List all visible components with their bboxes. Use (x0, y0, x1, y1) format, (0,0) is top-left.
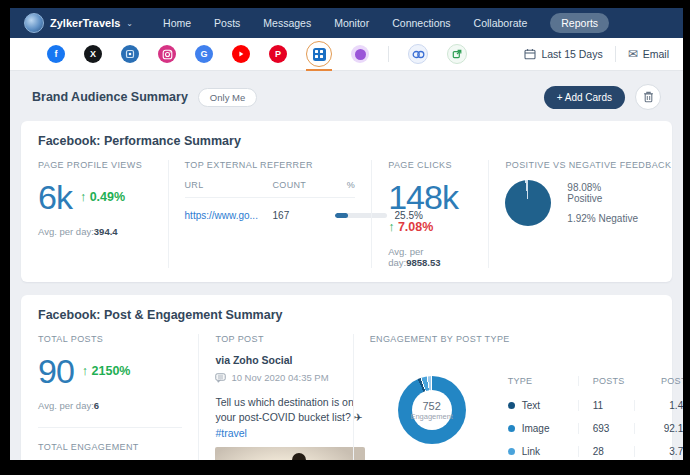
page-profile-views-metric: PAGE PROFILE VIEWS 6k ↑ 0.49% Avg. per d… (38, 160, 168, 268)
type-label: Link (522, 446, 540, 457)
nav-item-monitor[interactable]: Monitor (334, 17, 369, 29)
arrow-up-icon: ↑ (80, 190, 86, 204)
top-post-source: via Zoho Social (215, 354, 336, 366)
top-post-date: 10 Nov 2020 04:35 PM (231, 372, 328, 383)
feedback-metric: POSITIVE VS NEGATIVE FEEDBACK 98.08% Pos… (488, 160, 655, 268)
metric-label: TOP EXTERNAL REFERRER (185, 160, 356, 170)
nav-item-home[interactable]: Home (163, 17, 191, 29)
pct-value: 3.72% (634, 446, 683, 457)
x-twitter-icon[interactable]: X (84, 45, 102, 63)
nav-item-connections[interactable]: Connections (392, 17, 450, 29)
nav-item-reports[interactable]: Reports (550, 13, 609, 33)
google-icon[interactable]: G (195, 45, 213, 63)
brand-switcher[interactable]: ZylkerTravels ⌄ (24, 13, 133, 33)
legend-dot (508, 402, 515, 409)
email-button[interactable]: ✉ Email (628, 47, 669, 61)
selected-channel[interactable] (306, 41, 332, 67)
nav-item-messages[interactable]: Messages (263, 17, 311, 29)
avg-value: 394.4 (94, 226, 118, 237)
youtube-icon[interactable] (232, 45, 250, 63)
metric-label: PAGE PROFILE VIEWS (38, 160, 152, 170)
linked-circles-icon[interactable] (408, 44, 428, 64)
type-label: Text (522, 400, 540, 411)
col-header-posts: POSTS (578, 376, 634, 386)
delete-button[interactable] (635, 84, 661, 110)
date-range-button[interactable]: Last 15 Days (524, 48, 602, 60)
date-range-label: Last 15 Days (541, 48, 602, 60)
table-row: Image 693 92.15% (508, 417, 683, 440)
legend-dot (508, 425, 515, 432)
negative-value: 1.92% (567, 213, 595, 224)
metric-delta: 0.49% (90, 190, 125, 204)
col-header-url: URL (185, 180, 273, 190)
pct-value: 1.46% (634, 400, 683, 411)
nav-item-posts[interactable]: Posts (214, 17, 240, 29)
channel-bar-right: Last 15 Days ✉ Email (524, 46, 669, 62)
metric-label: PAGE CLICKS (388, 160, 472, 170)
brand-name: ZylkerTravels (50, 17, 120, 29)
green-app-icon[interactable] (447, 44, 467, 64)
trash-icon (643, 91, 654, 103)
metric-label: TOP POST (215, 334, 336, 344)
referrer-url-link[interactable]: https://www.go... (185, 210, 273, 221)
engagement-table: TYPE POSTS POST % Text 11 1.46% Image 69… (508, 376, 683, 460)
toolbar-actions: + Add Cards (544, 84, 661, 110)
mastodon-icon[interactable] (351, 45, 369, 63)
engagement-donut-chart: 752 Engagement (398, 376, 466, 444)
calendar-icon (524, 48, 536, 60)
table-row: Link 28 3.72% (508, 440, 683, 460)
post-engagement-card: Facebook: Post & Engagement Summary TOTA… (21, 295, 672, 460)
referrer-count: 167 (273, 210, 335, 221)
page-title: Brand Audience Summary (32, 90, 188, 104)
metric-label: TOTAL POSTS (38, 334, 182, 344)
circles-glyph (412, 50, 425, 59)
summary-toolbar: Brand Audience Summary Only Me + Add Car… (10, 71, 683, 121)
nav-item-collaborate[interactable]: Collaborate (474, 17, 528, 29)
engagement-table-header: TYPE POSTS POST % (508, 376, 683, 394)
metric-delta: 2150% (92, 364, 131, 378)
col-header-pct: % (335, 180, 356, 190)
pinterest-icon[interactable]: P (269, 45, 287, 63)
comment-icon (215, 373, 226, 383)
pct-value: 92.15% (634, 423, 683, 434)
add-cards-button[interactable]: + Add Cards (544, 86, 625, 109)
type-label: Image (522, 423, 550, 434)
avg-label: Avg. per day: (38, 226, 94, 237)
feedback-legend: 98.08% Positive 1.92% Negative (567, 182, 639, 224)
divider (615, 46, 616, 62)
facebook-icon[interactable]: f (47, 45, 65, 63)
linkedin-icon[interactable] (121, 45, 139, 63)
avg-value: 6 (94, 400, 99, 411)
divider (38, 427, 182, 428)
metric-value: 6k (38, 180, 72, 214)
instagram-icon[interactable] (158, 45, 176, 63)
play-glyph (237, 50, 245, 58)
total-engagement-label: TOTAL ENGAGEMENT (38, 442, 182, 452)
performance-summary-card: Facebook: Performance Summary PAGE PROFI… (21, 121, 672, 282)
col-header-type: TYPE (508, 376, 578, 386)
positive-value: 98.08% (567, 182, 601, 193)
col-header-count: COUNT (273, 180, 335, 190)
top-external-referrer: TOP EXTERNAL REFERRER URL COUNT % https:… (168, 160, 372, 268)
app-window: ZylkerTravels ⌄ Home Posts Messages Moni… (10, 8, 683, 460)
donut-center-value: 752 (422, 400, 440, 412)
main-nav: Home Posts Messages Monitor Connections … (163, 13, 609, 33)
card-title: Facebook: Post & Engagement Summary (38, 308, 655, 322)
arrow-up-icon: ↑ (82, 364, 88, 378)
avg-label: Avg. per day: (38, 400, 94, 411)
table-row: Text 11 1.46% (508, 394, 683, 417)
negative-label: Negative (598, 213, 637, 224)
email-label: Email (643, 48, 669, 60)
col-header-post-pct: POST % (634, 376, 683, 386)
envelope-icon: ✉ (628, 47, 638, 61)
donut-center-label: Engagement (410, 412, 453, 421)
top-post-hashtag[interactable]: #travel (215, 427, 336, 439)
metric-label: ENGAGEMENT BY POST TYPE (370, 334, 639, 344)
app-grid-icon (313, 48, 326, 61)
visibility-pill[interactable]: Only Me (198, 88, 257, 107)
engagement-by-type-section: ENGAGEMENT BY POST TYPE 752 Engagement T… (353, 334, 655, 460)
posts-value: 11 (578, 400, 634, 411)
silhouette-photo (215, 447, 365, 460)
top-post-section: TOP POST via Zoho Social 10 Nov 2020 04:… (198, 334, 352, 460)
top-post-image[interactable] (215, 447, 365, 460)
